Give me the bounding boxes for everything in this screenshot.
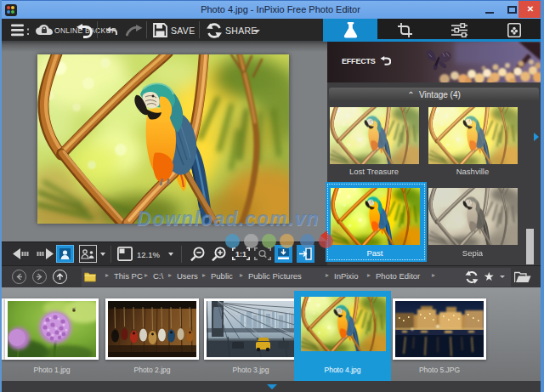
svg-text:1:1: 1:1 (235, 250, 246, 258)
